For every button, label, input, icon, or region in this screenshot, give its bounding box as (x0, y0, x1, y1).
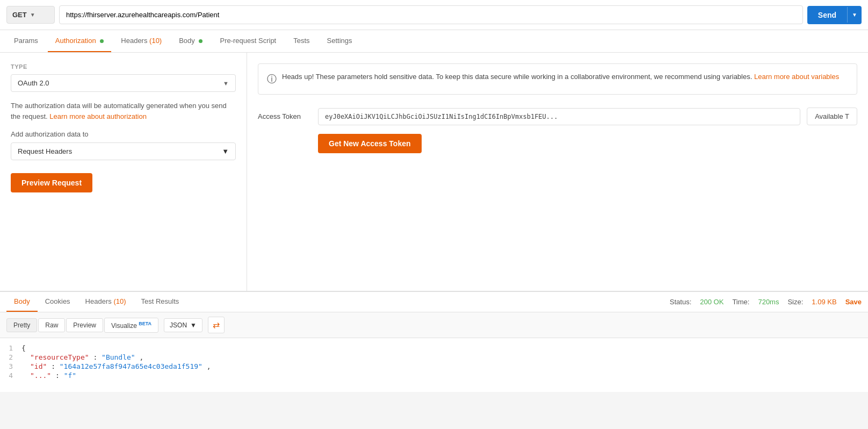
code-key-3: "..." (30, 371, 51, 380)
tab-tests[interactable]: Tests (286, 30, 317, 52)
format-raw-button[interactable]: Raw (38, 318, 65, 332)
url-input[interactable] (59, 5, 803, 24)
add-auth-label: Add authorization data to (11, 130, 236, 138)
bottom-tab-cookies[interactable]: Cookies (38, 292, 78, 312)
left-panel: TYPE OAuth 2.0 ▼ The authorization data … (0, 53, 247, 291)
tab-body[interactable]: Body (171, 30, 210, 52)
send-label: Send (807, 6, 847, 24)
save-response-link[interactable]: Save (845, 298, 862, 306)
tab-params[interactable]: Params (6, 30, 46, 52)
add-auth-value: Request Headers (18, 147, 72, 155)
method-chevron-icon: ▼ (30, 12, 35, 18)
format-preview-button[interactable]: Preview (66, 318, 103, 332)
add-auth-chevron-icon: ▼ (222, 147, 229, 155)
type-label: TYPE (11, 63, 236, 70)
code-val-3: "f" (64, 371, 76, 380)
authorization-dot (100, 39, 104, 43)
auth-description: The authorization data will be automatic… (11, 101, 236, 121)
bottom-tab-body[interactable]: Body (6, 292, 38, 312)
bottom-tabs-wrapper: Body Cookies Headers (10) Test Results S… (0, 292, 868, 312)
code-val-2: "164a12e57fa8f947a65e4c03eda1f519" (60, 362, 202, 370)
get-new-access-token-button[interactable]: Get New Access Token (318, 134, 422, 153)
time-label: Time: (732, 298, 749, 306)
wrap-button[interactable]: ⇄ (208, 317, 225, 333)
token-row: Access Token Available T (258, 108, 857, 125)
code-line-2: 2 "resourceType" : "Bundle" , (0, 353, 868, 362)
status-label: Status: (670, 298, 691, 306)
beta-badge: BETA (139, 321, 151, 326)
send-arrow-icon[interactable]: ▼ (847, 7, 862, 23)
tab-settings[interactable]: Settings (320, 30, 360, 52)
bottom-tab-headers[interactable]: Headers (10) (78, 292, 134, 312)
line-num-3: 3 (0, 362, 21, 370)
code-line-1: 1 { (0, 344, 868, 353)
size-label: Size: (787, 298, 803, 306)
line-num-4: 4 (0, 371, 21, 380)
method-dropdown[interactable]: GET ▼ (6, 6, 55, 24)
format-type-dropdown[interactable]: JSON ▼ (164, 318, 202, 332)
bottom-tabs-row: Body Cookies Headers (10) Test Results (0, 292, 663, 312)
bottom-toolbar: Pretty Raw Preview Visualize BETA JSON ▼… (0, 312, 868, 338)
alert-icon: ⓘ (267, 72, 277, 87)
code-key-1: "resourceType" (30, 353, 89, 361)
access-token-input[interactable] (318, 108, 800, 125)
format-pretty-button[interactable]: Pretty (6, 318, 37, 332)
access-token-label: Access Token (258, 112, 312, 120)
right-panel: ⓘ Heads up! These parameters hold sensit… (247, 53, 868, 291)
bottom-tab-test-results[interactable]: Test Results (134, 292, 187, 312)
send-button[interactable]: Send ▼ (807, 6, 862, 24)
line-num-2: 2 (0, 353, 21, 361)
tabs-row: Params Authorization Headers (10) Body P… (0, 30, 868, 53)
available-tokens-button[interactable]: Available T (807, 108, 857, 125)
method-label: GET (12, 11, 27, 19)
tab-authorization[interactable]: Authorization (48, 30, 112, 52)
format-visualize-button[interactable]: Visualize BETA (104, 318, 158, 333)
bottom-headers-count: (10) (113, 297, 126, 305)
code-line-3: 3 "id" : "164a12e57fa8f947a65e4c03eda1f5… (0, 362, 868, 371)
tab-pre-request[interactable]: Pre-request Script (212, 30, 284, 52)
type-dropdown[interactable]: OAuth 2.0 ▼ (11, 74, 236, 92)
body-dot (199, 39, 202, 43)
headers-count: (10) (149, 37, 162, 45)
alert-box: ⓘ Heads up! These parameters hold sensit… (258, 63, 857, 95)
time-value: 720ms (758, 298, 779, 306)
format-type-chevron-icon: ▼ (190, 321, 197, 329)
code-brace-open: { (21, 344, 26, 352)
tab-headers[interactable]: Headers (10) (113, 30, 169, 52)
line-num-1: 1 (0, 344, 21, 352)
learn-more-link[interactable]: Learn more about authorization (49, 112, 147, 120)
bottom-section: Body Cookies Headers (10) Test Results S… (0, 291, 868, 392)
format-type-label: JSON (170, 321, 187, 329)
main-content: TYPE OAuth 2.0 ▼ The authorization data … (0, 53, 868, 291)
status-value: 200 OK (700, 298, 724, 306)
status-row: Status: 200 OK Time: 720ms Size: 1.09 KB… (663, 298, 868, 306)
code-line-4: 4 "..." : "f" (0, 371, 868, 380)
size-value: 1.09 KB (812, 298, 836, 306)
code-val-1: "Bundle" (102, 353, 135, 361)
code-area: 1 { 2 "resourceType" : "Bundle" , 3 "id"… (0, 338, 868, 392)
type-value: OAuth 2.0 (18, 79, 49, 87)
preview-request-button[interactable]: Preview Request (11, 173, 92, 192)
get-token-row: Get New Access Token (258, 134, 857, 153)
type-chevron-icon: ▼ (223, 80, 229, 87)
alert-text: Heads up! These parameters hold sensitiv… (282, 72, 839, 82)
learn-variables-link[interactable]: Learn more about variables (754, 73, 839, 81)
add-auth-dropdown[interactable]: Request Headers ▼ (11, 142, 236, 160)
code-key-2: "id" (30, 362, 47, 370)
top-bar: GET ▼ Send ▼ (0, 0, 868, 30)
